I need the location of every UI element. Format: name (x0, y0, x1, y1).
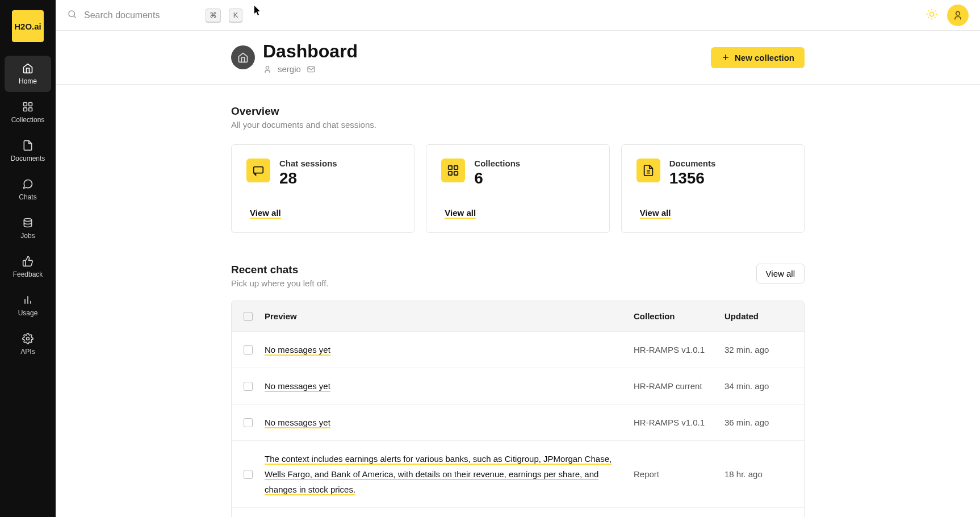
gear-icon (22, 333, 33, 344)
overview-cards: Chat sessions 28 View all Collections 6 … (231, 144, 805, 233)
user-icon (263, 65, 272, 74)
card-view-all-link[interactable]: View all (445, 208, 476, 219)
sidebar-item-documents[interactable]: Documents (5, 133, 51, 169)
sidebar-item-label: Usage (18, 309, 38, 317)
svg-rect-13 (454, 166, 458, 169)
sidebar-item-usage[interactable]: Usage (5, 287, 51, 324)
row-updated: 34 min. ago (724, 381, 804, 391)
recents-header: Recent chats Pick up where you left off.… (231, 264, 805, 288)
sidebar-item-label: Documents (11, 155, 45, 162)
kbd-cmd: ⌘ (206, 9, 221, 22)
svg-point-7 (929, 12, 933, 16)
search-input[interactable] (84, 10, 198, 20)
chat-preview-link[interactable]: The context includes earnings alerts for… (265, 454, 612, 495)
username: sergio (278, 64, 301, 74)
col-updated: Updated (724, 311, 804, 321)
overview-card-collections: Collections 6 View all (426, 144, 609, 233)
row-checkbox[interactable] (244, 345, 253, 355)
overview-card-documents: Documents 1356 View all (621, 144, 805, 233)
sidebar-item-label: Jobs (20, 232, 35, 240)
svg-point-6 (69, 11, 75, 17)
sidebar-item-feedback[interactable]: Feedback (5, 249, 51, 285)
table-row[interactable]: The context includes earnings alerts for… (232, 440, 804, 507)
card-label: Chat sessions (279, 159, 337, 168)
grid-icon (22, 101, 33, 112)
card-icon (246, 159, 270, 182)
recents-view-all-button[interactable]: View all (756, 264, 805, 283)
row-updated: 32 min. ago (724, 345, 804, 355)
overview-title: Overview (231, 105, 805, 118)
row-updated: 18 hr. ago (724, 469, 804, 479)
kbd-k: K (229, 9, 242, 22)
sidebar-item-label: Chats (19, 193, 36, 201)
svg-rect-0 (24, 103, 27, 106)
sidebar-item-label: Home (19, 77, 37, 85)
sidebar-item-jobs[interactable]: Jobs (5, 210, 51, 247)
sidebar-item-apis[interactable]: APIs (5, 326, 51, 362)
svg-point-5 (27, 337, 30, 340)
stack-icon (22, 217, 33, 228)
svg-rect-12 (449, 166, 452, 169)
svg-rect-3 (29, 108, 32, 111)
card-label: Documents (669, 159, 716, 168)
svg-point-4 (24, 219, 31, 222)
select-all-checkbox[interactable] (244, 312, 253, 321)
table-row[interactable]: No messages yet HR-RAMPS v1.0.1 32 min. … (232, 331, 804, 368)
card-value: 6 (474, 169, 520, 187)
table-row[interactable]: No messages yet HR-RAMP current 34 min. … (232, 368, 804, 404)
card-view-all-link[interactable]: View all (640, 208, 671, 219)
thumbs-up-icon (22, 256, 33, 267)
card-icon (636, 159, 660, 182)
recents-desc: Pick up where you left off. (231, 278, 328, 288)
table-header: Preview Collection Updated (232, 301, 804, 331)
sidebar: H2O.ai HomeCollectionsDocumentsChatsJobs… (0, 0, 56, 517)
chat-preview-link[interactable]: No messages yet (265, 381, 330, 392)
svg-point-9 (266, 66, 269, 69)
search-wrap: ⌘ K (67, 9, 925, 22)
recents-title: Recent chats (231, 264, 328, 276)
sidebar-item-chats[interactable]: Chats (5, 172, 51, 208)
row-collection: HR-RAMP current (634, 380, 724, 392)
topbar-actions (925, 5, 969, 26)
card-view-all-link[interactable]: View all (250, 208, 281, 219)
file-icon (22, 140, 33, 151)
chat-icon (22, 178, 33, 190)
page-header: Dashboard sergio New collection (56, 31, 980, 85)
mail-icon[interactable] (307, 65, 316, 74)
svg-rect-15 (454, 172, 458, 175)
user-avatar-button[interactable] (947, 5, 969, 26)
row-collection: HR-RAMPS v1.0.1 (634, 344, 724, 356)
sidebar-item-collections[interactable]: Collections (5, 94, 51, 131)
sidebar-item-label: Feedback (13, 270, 43, 278)
new-collection-button[interactable]: New collection (711, 47, 805, 68)
sidebar-item-label: Collections (11, 116, 45, 124)
page-icon (231, 45, 255, 69)
table-row[interactable]: No messages yet HR-RAMPS v1.0.1 36 min. … (232, 404, 804, 440)
col-collection: Collection (634, 311, 724, 321)
chat-preview-link[interactable]: No messages yet (265, 345, 330, 356)
search-icon (67, 9, 77, 22)
brand-logo: H2O.ai (12, 10, 44, 42)
row-checkbox[interactable] (244, 470, 253, 479)
svg-rect-14 (449, 172, 452, 175)
topbar: ⌘ K (56, 0, 980, 31)
row-checkbox[interactable] (244, 382, 253, 391)
row-checkbox[interactable] (244, 418, 253, 427)
bar-chart-icon (22, 294, 33, 306)
overview-desc: All your documents and chat sessions. (231, 120, 805, 130)
table-row[interactable]: This document shows numbers and words ab… (232, 507, 804, 517)
theme-toggle-icon[interactable] (925, 8, 938, 23)
svg-point-8 (956, 11, 960, 15)
chat-preview-link[interactable]: No messages yet (265, 418, 330, 428)
page-title: Dashboard (263, 41, 358, 62)
card-value: 28 (279, 169, 337, 187)
sidebar-item-label: APIs (20, 348, 35, 356)
main-area: ⌘ K Dashboard (56, 0, 980, 517)
card-value: 1356 (669, 169, 716, 187)
sidebar-item-home[interactable]: Home (5, 56, 51, 92)
col-preview: Preview (265, 311, 634, 321)
new-collection-label: New collection (735, 53, 794, 62)
plus-icon (721, 53, 730, 62)
svg-rect-2 (24, 108, 27, 111)
row-collection: Report (634, 468, 724, 480)
